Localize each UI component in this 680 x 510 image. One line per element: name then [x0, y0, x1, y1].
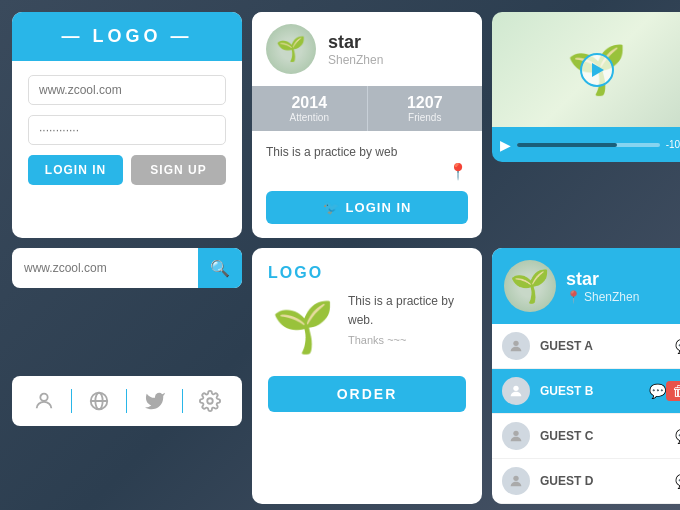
svg-point-2 — [513, 431, 518, 436]
location-pin-icon: 📍 — [448, 162, 468, 181]
logo-plant-thanks: Thanks ~~~ — [348, 334, 466, 346]
message-icon[interactable]: 💬 — [675, 473, 680, 489]
user-name: GUEST C — [540, 429, 675, 443]
logo-plant-card: LOGO 🌱 This is a practice by web. Thanks… — [252, 248, 482, 504]
user-list: GUEST A💬GUEST B💬🗑GUEST C💬GUEST D💬 — [492, 324, 680, 504]
password-input[interactable] — [28, 115, 226, 145]
twitter-icon: 🐦 — [323, 200, 340, 215]
nav-gear-icon[interactable] — [194, 385, 226, 417]
friends-count: 1207 — [372, 94, 479, 112]
video-time: -10:23 — [666, 139, 680, 150]
profile-bio: This is a practice by web — [266, 143, 468, 161]
stats-row: 2014 Attention 1207 Friends — [252, 86, 482, 131]
profile-info: star ShenZhen — [328, 32, 383, 67]
avatar-image: 🌱 — [266, 24, 316, 74]
order-button[interactable]: ORDER — [268, 376, 466, 412]
twitter-login-button[interactable]: 🐦 LOGIN IN — [266, 191, 468, 224]
login-logo-title: — LOGO — — [62, 26, 193, 46]
message-icon[interactable]: 💬 — [675, 338, 680, 354]
message-icon[interactable]: 💬 — [649, 383, 666, 399]
nav-separator-2 — [126, 389, 127, 413]
nav-separator-1 — [71, 389, 72, 413]
svg-point-1 — [513, 386, 518, 391]
userlist-location-text: ShenZhen — [584, 290, 639, 304]
logo-plant-desc: This is a practice by web. — [348, 292, 466, 330]
plant-image: 🌱 — [268, 292, 338, 362]
login-button[interactable]: LOGIN IN — [28, 155, 123, 185]
logo-plant-title: LOGO — [268, 264, 466, 282]
user-row[interactable]: GUEST B💬🗑 — [492, 369, 680, 414]
svg-point-3 — [513, 476, 518, 481]
userlist-profile-loc: 📍 ShenZhen — [566, 290, 639, 304]
svg-point-0 — [513, 341, 518, 346]
nav-icons-card — [12, 376, 242, 426]
attention-stat: 2014 Attention — [252, 86, 368, 131]
logo-plant-content: 🌱 This is a practice by web. Thanks ~~~ — [268, 292, 466, 362]
user-name: GUEST D — [540, 474, 675, 488]
user-avatar — [502, 467, 530, 495]
profile-card: 🌱 star ShenZhen 2014 Attention 1207 Frie… — [252, 12, 482, 238]
twitter-login-label: LOGIN IN — [346, 200, 412, 215]
friends-stat: 1207 Friends — [368, 86, 483, 131]
play-triangle-icon — [592, 63, 604, 77]
userlist-avatar: 🌱 — [504, 260, 556, 312]
search-card: 🔍 — [12, 248, 242, 288]
user-row[interactable]: GUEST C💬 — [492, 414, 680, 459]
nav-person-icon[interactable] — [28, 385, 60, 417]
nav-twitter-icon[interactable] — [139, 385, 171, 417]
login-card: — LOGO — LOGIN IN SIGN UP — [12, 12, 242, 238]
userlist-profile-name: star — [566, 269, 639, 290]
friends-label: Friends — [372, 112, 479, 123]
svg-point-8 — [208, 398, 214, 404]
nav-separator-3 — [182, 389, 183, 413]
user-name: GUEST B — [540, 384, 649, 398]
user-row[interactable]: GUEST D💬 — [492, 459, 680, 504]
svg-point-4 — [40, 394, 47, 401]
user-name: GUEST A — [540, 339, 675, 353]
profile-bio-area: This is a practice by web 📍 — [252, 131, 482, 191]
user-row[interactable]: GUEST A💬 — [492, 324, 680, 369]
userlist-profile-info: star 📍 ShenZhen — [566, 269, 639, 304]
play-button[interactable] — [580, 53, 614, 87]
url-input[interactable] — [28, 75, 226, 105]
profile-location: ShenZhen — [328, 53, 383, 67]
nav-globe-icon[interactable] — [83, 385, 115, 417]
logo-plant-text: This is a practice by web. Thanks ~~~ — [348, 292, 466, 346]
video-thumbnail: 🌱 — [492, 12, 680, 127]
search-button[interactable]: 🔍 — [198, 248, 242, 288]
video-controls: ▶ -10:23 — [492, 127, 680, 162]
profile-top: 🌱 star ShenZhen — [252, 12, 482, 86]
avatar: 🌱 — [266, 24, 316, 74]
user-avatar — [502, 422, 530, 450]
search-icon: 🔍 — [210, 259, 230, 278]
location-icon: 📍 — [566, 290, 581, 304]
signup-button[interactable]: SIGN UP — [131, 155, 226, 185]
search-input[interactable] — [24, 261, 198, 275]
delete-icon[interactable]: 🗑 — [666, 381, 680, 401]
video-card: 🌱 ▶ -10:23 — [492, 12, 680, 162]
video-play-icon[interactable]: ▶ — [500, 137, 511, 153]
userlist-profile-header: 🌱 star 📍 ShenZhen — [492, 248, 680, 324]
attention-count: 2014 — [256, 94, 363, 112]
message-icon[interactable]: 💬 — [675, 428, 680, 444]
attention-label: Attention — [256, 112, 363, 123]
login-logo-header: — LOGO — — [12, 12, 242, 61]
video-progress-fill — [517, 143, 617, 147]
profile-name: star — [328, 32, 383, 53]
userlist-card: 🌱 star 📍 ShenZhen GUEST A💬GUEST B💬🗑GUEST… — [492, 248, 680, 504]
user-avatar — [502, 332, 530, 360]
video-progress-bar[interactable] — [517, 143, 660, 147]
user-avatar — [502, 377, 530, 405]
